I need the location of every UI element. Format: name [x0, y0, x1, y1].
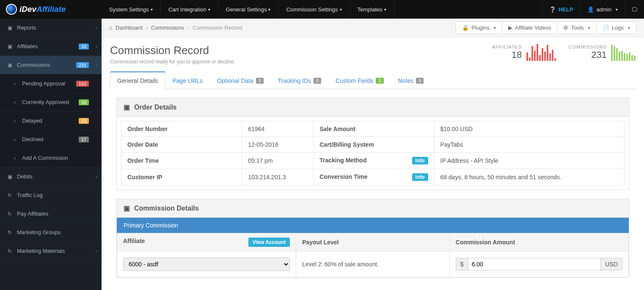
money-icon: ▣	[124, 103, 130, 111]
badge: 192	[76, 81, 89, 87]
breadcrumb-commissions[interactable]: Commissions	[151, 25, 184, 31]
tab-general-details[interactable]: General Details	[110, 71, 165, 89]
topnav-commission-settings[interactable]: Commission Settings ▾	[278, 0, 350, 19]
order-label: Sale Amount	[314, 121, 434, 137]
order-value: 12-05-2016	[242, 137, 314, 153]
brand-text: iDevAffiliate	[19, 5, 66, 14]
affiliates-sparkline	[526, 44, 556, 61]
sidebar-icon: ↻	[6, 211, 14, 217]
tools-button[interactable]: ⚙Tools▾	[557, 22, 596, 34]
order-value: IP Address - API Style	[434, 153, 624, 169]
user-icon: 👤	[587, 6, 594, 13]
logo-icon	[6, 4, 17, 15]
fullscreen-button[interactable]: 🖵	[625, 0, 644, 19]
info-button[interactable]: info	[412, 157, 428, 164]
sidebar-commissions[interactable]: ▣Commissions231‹	[0, 56, 102, 74]
currency-prefix: $	[456, 258, 468, 271]
page-title: Commission Record	[110, 44, 479, 57]
breadcrumb-current: Commission Record	[193, 25, 242, 31]
tab-page-urls[interactable]: Page URLs	[165, 71, 210, 89]
info-button[interactable]: info	[412, 173, 428, 181]
sidebar-pending-approval[interactable]: ›Pending Approval192	[0, 74, 102, 93]
videos-button[interactable]: ▶Affiliate Videos	[502, 22, 558, 34]
order-label: Tracking Methodinfo	[314, 153, 434, 169]
play-icon: ▶	[508, 25, 512, 31]
sidebar-icon: ›	[11, 118, 19, 124]
view-account-button[interactable]: View Account	[248, 238, 290, 247]
topnav-cart-integration[interactable]: Cart Integration ▾	[161, 0, 218, 19]
metric-affiliates-value: 18	[492, 49, 522, 60]
order-value: 103.214.201.3	[242, 169, 314, 186]
chevron-icon: ‹	[96, 44, 97, 49]
sidebar-traffic-log[interactable]: ↻Traffic Log	[0, 186, 102, 205]
plugins-button[interactable]: 🔒Plugins▾	[456, 22, 502, 34]
sidebar-icon: ▣	[6, 62, 14, 68]
chevron-icon: ‹	[96, 25, 97, 31]
sidebar-icon: ▣	[6, 44, 14, 49]
brand-logo[interactable]: iDevAffiliate	[0, 0, 102, 19]
sidebar-reports[interactable]: ▣Reports‹	[0, 19, 102, 37]
logs-button[interactable]: 📄Logs▾	[596, 22, 636, 34]
breadcrumb-dashboard[interactable]: Dashboard	[116, 25, 143, 31]
sidebar-add-a-commission[interactable]: ›Add A Commission	[0, 149, 102, 167]
chevron-icon: ‹	[96, 62, 97, 68]
currency-suffix: USD	[601, 258, 622, 271]
order-label: Order Date	[121, 137, 242, 153]
gear-icon: ⚙	[563, 25, 568, 31]
order-label: Order Number	[121, 121, 242, 137]
sidebar-icon: ↻	[6, 192, 14, 198]
topnav-general-settings[interactable]: General Settings ▾	[218, 0, 279, 19]
order-value: 68 days, 8 hours, 50 minutes and 51 seco…	[434, 169, 624, 186]
topnav-system-settings[interactable]: System Settings ▾	[102, 0, 161, 19]
order-value: 61964	[242, 121, 314, 137]
tab-custom-fields[interactable]: Custom Fields 3	[328, 71, 391, 89]
commission-details-panel: ▣Commission Details Primary Commission A…	[116, 199, 629, 278]
affiliate-select[interactable]: 6000 - asdf	[123, 257, 290, 271]
payout-level-value: Level 2: 60% of sale amount.	[296, 252, 450, 277]
order-label: Customer IP	[121, 169, 242, 186]
sidebar-currently-approved[interactable]: ›Currently Approved16	[0, 93, 102, 112]
order-label: Cart/Billing System	[314, 137, 434, 153]
sidebar-icon: ›	[11, 155, 19, 161]
order-label: Conversion Timeinfo	[314, 169, 434, 186]
user-menu[interactable]: 👤admin▾	[580, 0, 625, 19]
sidebar-icon: ↻	[6, 230, 14, 235]
fullscreen-icon: 🖵	[632, 6, 637, 13]
metric-commissions-label: COMMISSIONS	[569, 44, 607, 49]
badge: 17	[79, 137, 89, 142]
commissions-sparkline	[611, 44, 636, 61]
sidebar-icon: ↻	[6, 248, 14, 254]
primary-commission-header: Primary Commission	[117, 218, 629, 233]
order-value: PayTabs	[434, 137, 624, 153]
sidebar-icon: ▣	[6, 174, 14, 180]
sidebar-marketing-materials[interactable]: ↻Marketing Materials‹	[0, 242, 102, 260]
commission-amount-input[interactable]	[468, 258, 601, 271]
money-icon: ▣	[124, 204, 130, 212]
sidebar-declined[interactable]: ›Declined17	[0, 130, 102, 149]
file-icon: 📄	[603, 25, 609, 31]
sidebar-debits[interactable]: ▣Debits‹	[0, 167, 102, 186]
chevron-icon: ‹	[96, 174, 97, 180]
metric-affiliates-label: AFFILIATES	[492, 44, 522, 49]
topnav-templates[interactable]: Templates ▾	[350, 0, 394, 19]
order-details-panel: ▣Order Details Order Number61964Sale Amo…	[116, 98, 629, 190]
sidebar-delayed[interactable]: ›Delayed23	[0, 112, 102, 130]
order-value: 05:17 pm	[242, 153, 314, 169]
sidebar-marketing-groups[interactable]: ↻Marketing Groups	[0, 223, 102, 242]
help-icon: ❔	[549, 6, 556, 13]
sidebar-affiliates[interactable]: ▣Affiliates18‹	[0, 37, 102, 56]
help-link[interactable]: ❔HELP	[542, 0, 580, 19]
tab-tracking-ids[interactable]: Tracking IDs 0	[271, 71, 328, 89]
tab-notes[interactable]: Notes 0	[391, 71, 431, 89]
badge: 23	[79, 118, 89, 124]
caret-icon: ▾	[616, 7, 618, 12]
lock-icon: 🔒	[462, 25, 469, 31]
sidebar-icon: ›	[11, 81, 19, 87]
sidebar-icon: ›	[11, 137, 19, 142]
badge: 18	[79, 44, 89, 49]
sidebar-icon: ▣	[6, 25, 14, 31]
sidebar-pay-affiliates[interactable]: ↻Pay Affiliates	[0, 205, 102, 223]
order-value: $10.00 USD	[434, 121, 624, 137]
tab-optional-data[interactable]: Optional Data 0	[210, 71, 271, 89]
sidebar-icon: ›	[11, 99, 19, 105]
